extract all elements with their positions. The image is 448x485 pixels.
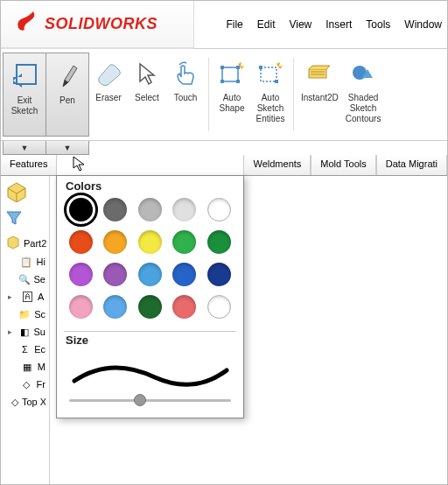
divider (64, 331, 236, 332)
color-swatch[interactable] (172, 198, 196, 221)
exit-sketch-label: Exit Sketch (11, 95, 38, 116)
pen-label: Pen (60, 95, 75, 106)
expand-icon[interactable]: ▸ (8, 292, 17, 301)
svg-rect-0 (17, 65, 36, 84)
color-swatch[interactable] (172, 263, 196, 286)
shaded-contours-icon (347, 56, 379, 91)
auto-sketch-entities-button[interactable]: Auto Sketch Entities (251, 51, 290, 138)
part-node[interactable]: Part2 (4, 234, 46, 253)
menu-file[interactable]: File (220, 15, 248, 34)
pen-options-popup: Colors Size (56, 175, 244, 418)
svg-rect-5 (236, 80, 240, 83)
filter-icon[interactable] (4, 209, 24, 230)
tree-item[interactable]: ▸🄰A (8, 288, 46, 306)
tree-item[interactable]: ▦M (8, 358, 46, 376)
eraser-label: Eraser (95, 93, 121, 103)
eraser-button[interactable]: Eraser (89, 51, 128, 138)
tree-item[interactable]: ◇Fr (8, 376, 46, 393)
color-swatch[interactable] (172, 230, 196, 254)
colors-heading: Colors (66, 179, 236, 193)
tree-item[interactable]: 📁Sc (8, 306, 46, 323)
pen-dropdown[interactable]: ▼ (46, 141, 89, 155)
svg-rect-4 (220, 80, 224, 83)
ribbon-separator (208, 58, 209, 131)
color-swatch[interactable] (69, 295, 93, 319)
color-swatch[interactable] (138, 263, 162, 286)
exit-sketch-button[interactable]: Exit Sketch (3, 53, 46, 137)
size-slider[interactable] (64, 399, 236, 405)
instant2d-button[interactable]: Instant2D (298, 51, 342, 138)
surface-icon: ◧ (18, 325, 30, 339)
tree-item[interactable]: 🔍Se (8, 271, 46, 288)
feature-tree: 📋Hi 🔍Se ▸🄰A 📁Sc ▸◧Su ΣEc ▦M ◇Fr ◇Top XZ (4, 253, 46, 411)
command-tabbar: Features Weldments Mold Tools Data Migra… (1, 155, 447, 176)
shaded-contours-label: Shaded Sketch Contours (346, 93, 382, 124)
tab-mold-tools[interactable]: Mold Tools (311, 155, 375, 175)
svg-rect-9 (309, 69, 326, 78)
ribbon-dropdown-row: ▼ ▼ (1, 141, 447, 155)
color-swatch[interactable] (69, 263, 93, 286)
exit-sketch-dropdown[interactable]: ▼ (3, 141, 46, 155)
color-swatch[interactable] (138, 230, 162, 254)
color-swatch[interactable] (207, 198, 231, 221)
auto-shape-button[interactable]: Auto Shape (213, 51, 251, 138)
color-swatch[interactable] (138, 198, 162, 221)
menubar: File Edit View Insert Tools Window (194, 15, 447, 34)
expand-icon[interactable]: ▸ (8, 327, 15, 336)
tree-item[interactable]: ◇Top XZ (8, 393, 46, 411)
auto-sketch-entities-label: Auto Sketch Entities (256, 93, 285, 124)
color-swatch[interactable] (103, 230, 127, 254)
equations-icon: Σ (19, 342, 32, 356)
material-icon: ▦ (20, 360, 34, 374)
touch-button[interactable]: Touch (166, 51, 205, 138)
svg-rect-1 (222, 67, 238, 81)
color-swatch[interactable] (138, 295, 162, 319)
app-name: SOLIDWORKS (45, 15, 158, 33)
tab-features[interactable]: Features (1, 155, 57, 175)
instant2d-label: Instant2D (301, 93, 339, 103)
touch-label: Touch (174, 93, 198, 103)
sensors-icon: 🔍 (18, 272, 31, 286)
tree-item[interactable]: ΣEc (8, 341, 46, 358)
titlebar: SOLIDWORKS File Edit View Insert Tools W… (1, 1, 447, 49)
slider-thumb[interactable] (134, 394, 146, 406)
part-doc-icon (6, 235, 20, 251)
menu-window[interactable]: Window (399, 15, 447, 34)
color-swatch[interactable] (207, 263, 231, 286)
color-swatch[interactable] (207, 230, 231, 254)
auto-shape-label: Auto Shape (220, 93, 245, 114)
touch-hand-icon (170, 56, 201, 91)
select-button[interactable]: Select (128, 51, 166, 138)
color-swatch[interactable] (172, 295, 196, 319)
tab-weldments[interactable]: Weldments (243, 155, 311, 175)
tree-item[interactable]: 📋Hi (8, 253, 46, 271)
select-cursor-icon (131, 56, 163, 91)
color-swatch[interactable] (103, 198, 127, 221)
menu-edit[interactable]: Edit (252, 15, 281, 34)
svg-rect-8 (275, 80, 278, 83)
menu-insert[interactable]: Insert (320, 15, 357, 34)
shaded-contours-button[interactable]: Shaded Sketch Contours (342, 51, 385, 138)
tree-item[interactable]: ▸◧Su (8, 323, 46, 341)
auto-shape-icon (216, 56, 248, 91)
plane-icon: ◇ (19, 377, 32, 391)
color-swatch[interactable] (207, 295, 231, 319)
tab-data-migration[interactable]: Data Migrati (376, 155, 447, 175)
menu-tools[interactable]: Tools (360, 15, 396, 34)
menu-view[interactable]: View (284, 15, 317, 34)
slider-track (69, 399, 231, 402)
color-swatch[interactable] (103, 263, 127, 286)
svg-rect-3 (236, 66, 240, 69)
svg-rect-2 (220, 66, 224, 69)
select-label: Select (135, 93, 159, 103)
color-swatch[interactable] (69, 198, 93, 221)
color-swatch[interactable] (69, 230, 93, 254)
color-swatch[interactable] (103, 295, 127, 319)
plane-icon: ◇ (11, 395, 18, 409)
size-heading: Size (66, 334, 236, 347)
chevron-down-icon: ▼ (21, 144, 29, 152)
app-logo: SOLIDWORKS (1, 1, 194, 49)
part-icon[interactable] (4, 179, 29, 206)
pen-button[interactable]: Pen (46, 53, 89, 137)
ribbon-separator (293, 58, 294, 131)
